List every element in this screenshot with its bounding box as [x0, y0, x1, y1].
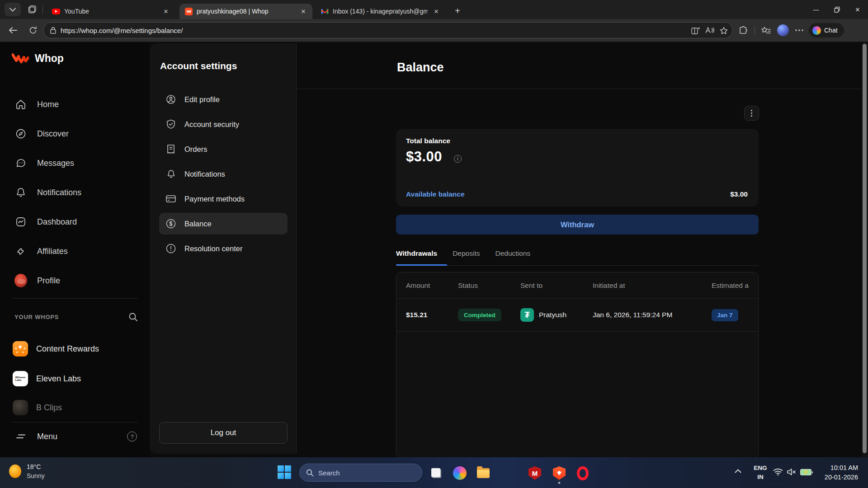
settings-item-label: Resolution center [184, 244, 242, 253]
whop-brand[interactable]: Whop [12, 52, 64, 65]
settings-item-account-security[interactable]: Account security [159, 113, 288, 135]
collections-icon[interactable] [761, 26, 771, 35]
account-settings-panel: Account settings Edit profile Account se… [150, 43, 297, 454]
withdraw-button[interactable]: Withdraw [396, 215, 759, 235]
tab-whop[interactable]: pratyushkinage08 | Whop ✕ [179, 4, 312, 19]
taskbar-clock[interactable]: 10:01 AM 20-01-2026 [825, 463, 858, 482]
column-header-status: Status [458, 282, 520, 290]
estimated-arrival-badge: Jan 7 [712, 309, 738, 321]
sidebar-item-discover[interactable]: Discover [0, 122, 150, 146]
dashboard-chart-icon [14, 216, 27, 227]
running-indicator-dot [558, 482, 561, 484]
wifi-icon[interactable] [773, 468, 783, 476]
extensions-icon[interactable] [739, 26, 748, 35]
whop-favicon [185, 8, 193, 15]
chat-bubble-icon [14, 158, 27, 169]
withdrawals-table: Amount Status Sent to Initiated at Estim… [396, 272, 759, 458]
favorites-star-icon[interactable] [720, 27, 728, 34]
mcafee-taskbar-button[interactable]: M [527, 465, 542, 481]
alert-circle-icon [165, 244, 176, 253]
tab-withdrawals[interactable]: Withdrawals [396, 245, 437, 265]
read-aloud-icon[interactable] [705, 27, 714, 34]
tab-gmail[interactable]: Inbox (143) - kinagepratyush@gm ✕ [315, 4, 445, 19]
search-input[interactable] [318, 469, 400, 477]
tab-deposits[interactable]: Deposits [453, 245, 480, 265]
menu-icon [14, 434, 27, 439]
b-clips-icon [13, 400, 28, 415]
sidebar-item-messages[interactable]: Messages [0, 151, 150, 175]
help-icon[interactable]: ? [127, 432, 137, 441]
search-icon[interactable] [128, 312, 138, 322]
copilot-taskbar-button[interactable] [452, 465, 467, 481]
new-tab-button[interactable]: + [450, 4, 465, 18]
settings-item-orders[interactable]: Orders [159, 138, 288, 160]
balance-tabs: Withdrawals Deposits Deductions [396, 245, 759, 266]
settings-item-notifications[interactable]: Notifications [159, 163, 288, 185]
sidebar-item-label: Dashboard [37, 217, 77, 227]
battery-icon[interactable]: ⚡ [800, 469, 811, 475]
sidebar-item-notifications[interactable]: Notifications [0, 180, 150, 205]
refresh-button[interactable] [26, 23, 40, 37]
tray-chevron-up[interactable] [735, 469, 741, 473]
sidebar-item-label: Affiliates [37, 247, 68, 256]
sidebar-item-affiliates[interactable]: Affiliates [0, 239, 150, 263]
sidebar-item-dashboard[interactable]: Dashboard [0, 210, 150, 234]
task-view-button[interactable] [429, 465, 444, 481]
file-explorer-button[interactable] [476, 465, 491, 481]
whop-item-b-clips[interactable]: B Clips [0, 395, 150, 420]
browser-profile-avatar[interactable] [777, 24, 789, 36]
whop-item-label: Content Rewards [36, 344, 99, 354]
youtube-favicon [52, 7, 60, 15]
info-icon[interactable]: i [454, 155, 462, 163]
tab-search-menu-button[interactable] [5, 3, 21, 16]
split-screen-icon[interactable] [691, 27, 700, 34]
weather-widget[interactable]: 18°C Sunny [9, 462, 45, 480]
workspaces-icon[interactable] [27, 5, 37, 14]
scrollbar-thumb[interactable] [863, 44, 867, 453]
brave-icon [553, 466, 566, 480]
tab-deductions[interactable]: Deductions [495, 245, 530, 265]
settings-item-payment-methods[interactable]: Payment methods [159, 188, 288, 210]
minimize-button[interactable]: — [806, 0, 826, 19]
sidebar-item-label: Home [37, 100, 59, 109]
whop-item-eleven-labs[interactable]: IIElevenLabs Eleven Labs [0, 366, 150, 391]
language-indicator[interactable]: ENG IN [750, 464, 770, 482]
sent-to-name: Pratyush [539, 311, 566, 319]
settings-item-resolution-center[interactable]: Resolution center [159, 238, 288, 259]
settings-item-edit-profile[interactable]: Edit profile [159, 89, 288, 110]
start-button[interactable] [278, 465, 291, 479]
tab-youtube[interactable]: YouTube ✕ [47, 4, 175, 19]
tab-label: YouTube [64, 8, 157, 15]
available-balance-label[interactable]: Available balance [406, 190, 465, 198]
volume-muted-icon[interactable] [787, 468, 797, 476]
address-bar[interactable]: https://whop.com/@me/settings/balance/ [43, 22, 733, 38]
compass-icon [14, 128, 27, 139]
settings-more-icon[interactable] [795, 29, 803, 31]
url-text[interactable]: https://whop.com/@me/settings/balance/ [61, 27, 686, 34]
taskbar-search[interactable] [299, 464, 422, 482]
logout-button[interactable]: Log out [159, 422, 288, 444]
browser-toolbar: https://whop.com/@me/settings/balance/ C… [0, 19, 868, 42]
title-divider [297, 89, 868, 89]
sidebar-item-profile[interactable]: Profile [0, 268, 150, 293]
tab-close-button[interactable]: ✕ [432, 7, 441, 16]
back-button[interactable] [6, 23, 20, 37]
settings-item-balance[interactable]: Balance [159, 213, 288, 235]
column-header-amount: Amount [406, 282, 458, 290]
opera-taskbar-button[interactable] [575, 465, 590, 481]
whop-item-content-rewards[interactable]: ★ ✦ ✦ ✦ ✦ Content Rewards [0, 336, 150, 361]
weather-condition: Sunny [27, 471, 45, 480]
close-button[interactable]: ✕ [847, 0, 868, 19]
tab-close-button[interactable]: ✕ [299, 7, 308, 16]
table-row[interactable]: $15.21 Completed ₮ Pratyush Jan 6, 2026,… [396, 299, 758, 332]
brave-taskbar-button[interactable] [552, 465, 567, 481]
tab-close-button[interactable]: ✕ [161, 7, 170, 16]
sidebar-item-home[interactable]: Home [0, 92, 150, 117]
clock-time: 10:01 AM [825, 463, 858, 473]
copilot-chat-button[interactable]: Chat [809, 23, 844, 38]
balance-options-kebab-button[interactable] [744, 106, 759, 121]
back-icon [9, 27, 18, 34]
restore-button[interactable] [826, 0, 847, 19]
receipt-icon [165, 144, 176, 154]
sidebar-item-menu[interactable]: Menu ? [0, 426, 150, 447]
